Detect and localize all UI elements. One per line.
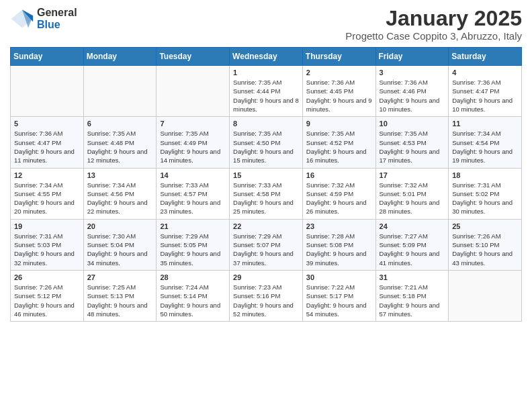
weekday-header-thursday: Thursday [302,48,375,66]
day-number: 17 [380,171,445,179]
calendar-cell: 8Sunrise: 7:35 AM Sunset: 4:50 PM Daylig… [230,117,303,168]
day-info: Sunrise: 7:23 AM Sunset: 5:16 PM Dayligh… [233,283,299,318]
day-info: Sunrise: 7:35 AM Sunset: 4:48 PM Dayligh… [87,129,153,165]
day-info: Sunrise: 7:26 AM Sunset: 5:10 PM Dayligh… [452,232,518,267]
day-info: Sunrise: 7:27 AM Sunset: 5:09 PM Dayligh… [380,232,445,267]
day-info: Sunrise: 7:24 AM Sunset: 5:14 PM Dayligh… [160,283,226,318]
day-number: 19 [14,222,80,230]
day-info: Sunrise: 7:22 AM Sunset: 5:17 PM Dayligh… [306,283,372,318]
logo-text: General Blue [37,7,77,30]
day-info: Sunrise: 7:33 AM Sunset: 4:57 PM Dayligh… [160,181,226,216]
day-info: Sunrise: 7:35 AM Sunset: 4:49 PM Dayligh… [160,129,226,165]
day-info: Sunrise: 7:35 AM Sunset: 4:52 PM Dayligh… [306,129,372,165]
calendar-cell: 16Sunrise: 7:32 AM Sunset: 4:59 PM Dayli… [302,168,375,219]
calendar-week-2: 5Sunrise: 7:36 AM Sunset: 4:47 PM Daylig… [11,117,522,168]
day-number: 10 [380,120,445,128]
logo: General Blue [10,7,77,31]
day-number: 25 [452,222,518,230]
calendar-cell: 9Sunrise: 7:35 AM Sunset: 4:52 PM Daylig… [302,117,375,168]
weekday-header-wednesday: Wednesday [230,48,303,66]
calendar-cell [449,270,522,321]
calendar-cell: 19Sunrise: 7:31 AM Sunset: 5:03 PM Dayli… [11,219,84,270]
page-header: General Blue January 2025 Progetto Case … [10,7,522,42]
calendar-cell: 26Sunrise: 7:26 AM Sunset: 5:12 PM Dayli… [11,270,84,321]
day-info: Sunrise: 7:25 AM Sunset: 5:13 PM Dayligh… [87,283,153,318]
calendar-week-5: 26Sunrise: 7:26 AM Sunset: 5:12 PM Dayli… [11,270,522,321]
day-number: 4 [452,68,518,77]
day-number: 26 [14,273,80,281]
day-info: Sunrise: 7:32 AM Sunset: 4:59 PM Dayligh… [306,181,372,216]
calendar-cell: 4Sunrise: 7:36 AM Sunset: 4:47 PM Daylig… [449,66,522,117]
day-info: Sunrise: 7:26 AM Sunset: 5:12 PM Dayligh… [14,283,80,318]
logo-icon [10,7,34,31]
day-number: 1 [233,68,299,77]
day-info: Sunrise: 7:34 AM Sunset: 4:54 PM Dayligh… [452,129,518,165]
calendar-cell: 30Sunrise: 7:22 AM Sunset: 5:17 PM Dayli… [302,270,375,321]
subtitle: Progetto Case Coppito 3, Abruzzo, Italy [345,30,522,42]
day-number: 30 [306,273,372,281]
day-number: 13 [87,171,153,179]
calendar-cell: 11Sunrise: 7:34 AM Sunset: 4:54 PM Dayli… [449,117,522,168]
day-number: 29 [233,273,299,281]
calendar-cell: 14Sunrise: 7:33 AM Sunset: 4:57 PM Dayli… [157,168,230,219]
day-number: 18 [452,171,518,179]
day-info: Sunrise: 7:29 AM Sunset: 5:05 PM Dayligh… [160,232,226,267]
day-info: Sunrise: 7:30 AM Sunset: 5:04 PM Dayligh… [87,232,153,267]
day-number: 9 [306,120,372,128]
day-info: Sunrise: 7:29 AM Sunset: 5:07 PM Dayligh… [233,232,299,267]
day-number: 12 [14,171,80,179]
day-number: 20 [87,222,153,230]
calendar-cell [83,66,157,117]
day-number: 5 [14,120,80,128]
calendar-cell: 31Sunrise: 7:21 AM Sunset: 5:18 PM Dayli… [375,270,449,321]
calendar-cell: 15Sunrise: 7:33 AM Sunset: 4:58 PM Dayli… [230,168,303,219]
calendar-week-4: 19Sunrise: 7:31 AM Sunset: 5:03 PM Dayli… [11,219,522,270]
calendar-cell: 6Sunrise: 7:35 AM Sunset: 4:48 PM Daylig… [83,117,157,168]
day-number: 11 [452,120,518,128]
calendar-cell: 23Sunrise: 7:28 AM Sunset: 5:08 PM Dayli… [302,219,375,270]
calendar-cell: 24Sunrise: 7:27 AM Sunset: 5:09 PM Dayli… [375,219,449,270]
day-info: Sunrise: 7:34 AM Sunset: 4:56 PM Dayligh… [87,181,153,216]
weekday-row: SundayMondayTuesdayWednesdayThursdayFrid… [11,48,522,66]
calendar-cell: 21Sunrise: 7:29 AM Sunset: 5:05 PM Dayli… [157,219,230,270]
month-title: January 2025 [345,7,522,30]
day-number: 7 [160,120,226,128]
day-info: Sunrise: 7:31 AM Sunset: 5:03 PM Dayligh… [14,232,80,267]
calendar-cell: 18Sunrise: 7:31 AM Sunset: 5:02 PM Dayli… [449,168,522,219]
day-info: Sunrise: 7:31 AM Sunset: 5:02 PM Dayligh… [452,181,518,216]
day-number: 28 [160,273,226,281]
day-info: Sunrise: 7:36 AM Sunset: 4:47 PM Dayligh… [452,78,518,113]
calendar-week-3: 12Sunrise: 7:34 AM Sunset: 4:55 PM Dayli… [11,168,522,219]
day-number: 23 [306,222,372,230]
logo-blue-text: Blue [37,19,77,31]
calendar-cell [157,66,230,117]
calendar-cell: 28Sunrise: 7:24 AM Sunset: 5:14 PM Dayli… [157,270,230,321]
calendar-body: 1Sunrise: 7:35 AM Sunset: 4:44 PM Daylig… [11,66,522,322]
day-info: Sunrise: 7:35 AM Sunset: 4:44 PM Dayligh… [233,78,299,113]
day-info: Sunrise: 7:36 AM Sunset: 4:47 PM Dayligh… [14,129,80,165]
calendar-cell [11,66,84,117]
weekday-header-tuesday: Tuesday [157,48,230,66]
calendar-table: SundayMondayTuesdayWednesdayThursdayFrid… [10,47,522,322]
day-number: 16 [306,171,372,179]
calendar-week-1: 1Sunrise: 7:35 AM Sunset: 4:44 PM Daylig… [11,66,522,117]
weekday-header-sunday: Sunday [11,48,84,66]
calendar-cell: 2Sunrise: 7:36 AM Sunset: 4:45 PM Daylig… [302,66,375,117]
calendar-cell: 1Sunrise: 7:35 AM Sunset: 4:44 PM Daylig… [230,66,303,117]
calendar-cell: 20Sunrise: 7:30 AM Sunset: 5:04 PM Dayli… [83,219,157,270]
day-info: Sunrise: 7:33 AM Sunset: 4:58 PM Dayligh… [233,181,299,216]
day-info: Sunrise: 7:35 AM Sunset: 4:50 PM Dayligh… [233,129,299,165]
day-info: Sunrise: 7:34 AM Sunset: 4:55 PM Dayligh… [14,181,80,216]
logo-general-text: General [37,7,77,19]
calendar-cell: 12Sunrise: 7:34 AM Sunset: 4:55 PM Dayli… [11,168,84,219]
day-number: 8 [233,120,299,128]
day-number: 22 [233,222,299,230]
day-number: 3 [380,68,445,77]
day-info: Sunrise: 7:21 AM Sunset: 5:18 PM Dayligh… [380,283,445,318]
calendar-cell: 10Sunrise: 7:35 AM Sunset: 4:53 PM Dayli… [375,117,449,168]
day-number: 6 [87,120,153,128]
calendar-cell: 17Sunrise: 7:32 AM Sunset: 5:01 PM Dayli… [375,168,449,219]
calendar-header: SundayMondayTuesdayWednesdayThursdayFrid… [11,48,522,66]
calendar-cell: 7Sunrise: 7:35 AM Sunset: 4:49 PM Daylig… [157,117,230,168]
day-number: 21 [160,222,226,230]
